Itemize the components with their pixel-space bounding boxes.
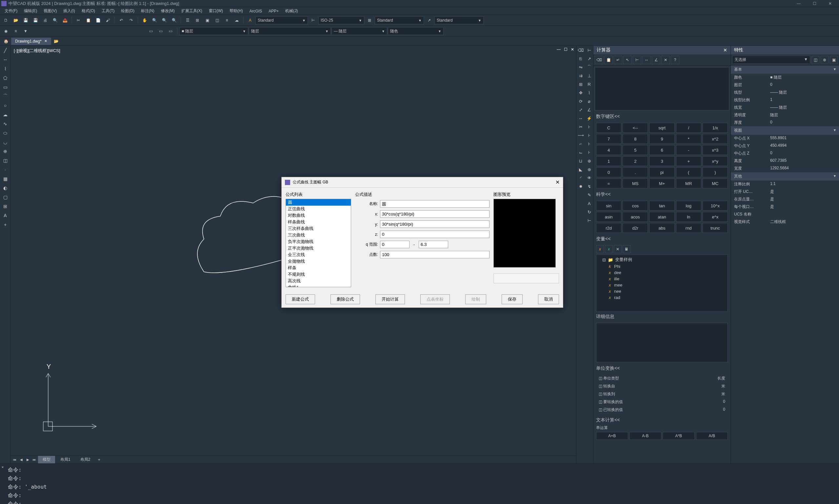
calculate-button[interactable]: 开始计算 bbox=[375, 294, 405, 304]
props-row[interactable]: 注释比例1:1 bbox=[731, 180, 839, 188]
calc-key-([interactable]: ( bbox=[676, 167, 701, 177]
calc-sci-r2d[interactable]: r2d bbox=[596, 223, 621, 233]
dim-break-icon[interactable]: ⊦ bbox=[585, 148, 594, 157]
menu-window[interactable]: 窗口(W) bbox=[206, 8, 226, 14]
var-item[interactable]: xrad bbox=[598, 294, 726, 301]
calc-sci-ln[interactable]: ln bbox=[676, 212, 701, 222]
z-field[interactable] bbox=[380, 231, 490, 238]
center-icon[interactable]: ⊕ bbox=[585, 165, 594, 174]
publish-icon[interactable]: 📤 bbox=[60, 16, 69, 25]
copy-obj-icon[interactable]: ⎘ bbox=[576, 54, 585, 63]
dimstyle2-icon[interactable]: ⊢ bbox=[585, 216, 594, 224]
textstyle-dropdown[interactable]: Standard▼ bbox=[255, 16, 308, 24]
cmd-toggle-icon[interactable]: × bbox=[1, 465, 4, 470]
new-icon[interactable]: 🗋 bbox=[1, 16, 11, 25]
calc-textcalc-header[interactable]: 文本计算<< bbox=[594, 415, 731, 425]
addselect-icon[interactable]: + bbox=[0, 220, 11, 229]
calc-sci-sin[interactable]: sin bbox=[596, 201, 621, 211]
var-item[interactable]: xille bbox=[598, 276, 726, 282]
calc-key-7[interactable]: 7 bbox=[596, 134, 621, 144]
vp-a-icon[interactable]: ▭ bbox=[146, 26, 155, 36]
dim-dia-icon[interactable]: ⌀ bbox=[585, 97, 594, 105]
calc-sci-trunc[interactable]: trunc bbox=[703, 223, 728, 233]
menu-mech[interactable]: 机械(J) bbox=[282, 8, 301, 14]
spline-icon[interactable]: ∿ bbox=[0, 119, 11, 128]
menu-format[interactable]: 格式(O) bbox=[79, 8, 98, 14]
calc-key-x^3[interactable]: x^3 bbox=[703, 145, 728, 155]
revcloud-icon[interactable]: ☁ bbox=[0, 110, 11, 119]
calc-help-icon[interactable]: ? bbox=[671, 56, 679, 64]
calc-key-MS[interactable]: MS bbox=[622, 179, 648, 188]
calc-key--[interactable]: - bbox=[676, 145, 701, 155]
scale-icon[interactable]: ⤢ bbox=[576, 105, 585, 114]
layout-first-icon[interactable]: ⏮ bbox=[12, 458, 18, 462]
calc-key-x^y[interactable]: x^y bbox=[703, 156, 728, 166]
formula-item[interactable]: 曲线1 bbox=[286, 284, 351, 287]
circle-icon[interactable]: ○ bbox=[0, 101, 11, 110]
layerstate-icon[interactable]: ≡ bbox=[11, 26, 20, 36]
y-field[interactable] bbox=[380, 220, 490, 228]
stretch-icon[interactable]: ↔ bbox=[576, 114, 585, 123]
dim-space-icon[interactable]: ⊦ bbox=[585, 140, 594, 148]
var-calc-icon[interactable]: 🖩 bbox=[622, 245, 631, 253]
mtext-icon[interactable]: A bbox=[0, 211, 11, 220]
menu-view[interactable]: 视图(V) bbox=[40, 8, 60, 14]
delete-formula-button[interactable]: 删除公式 bbox=[330, 294, 360, 304]
canvas-max-icon[interactable]: ☐ bbox=[564, 47, 567, 52]
move-icon[interactable]: ✥ bbox=[576, 88, 585, 97]
props-row[interactable]: 线宽—— 随层 bbox=[731, 104, 839, 111]
line-icon[interactable]: ╱ bbox=[0, 46, 11, 55]
textcalc-key[interactable]: A-B bbox=[630, 432, 662, 440]
props-row[interactable]: 厚度0 bbox=[731, 119, 839, 126]
dimedit-icon[interactable]: ✎ bbox=[585, 191, 594, 199]
array-icon[interactable]: ⊞ bbox=[576, 80, 585, 88]
break2-icon[interactable]: ⌙ bbox=[576, 148, 585, 157]
plot-icon[interactable]: 🖨 bbox=[41, 16, 50, 25]
calc-key-sqrt[interactable]: sqrt bbox=[649, 123, 674, 133]
save-icon[interactable]: 💾 bbox=[21, 16, 30, 25]
break-icon[interactable]: ⌐ bbox=[576, 140, 585, 148]
unit-row[interactable]: ◫ 已转换的值0 bbox=[596, 406, 728, 414]
calc-display[interactable] bbox=[595, 67, 729, 110]
doc-tab-close-icon[interactable]: ✕ bbox=[44, 39, 47, 43]
var-item[interactable]: kPhi bbox=[598, 263, 726, 270]
selection-dropdown[interactable]: 无选择▼ bbox=[732, 56, 810, 64]
cloud-icon[interactable]: ☁ bbox=[232, 16, 241, 25]
mirror-icon[interactable]: ⇋ bbox=[576, 63, 585, 71]
formula-item[interactable]: 对数曲线 bbox=[286, 212, 351, 219]
var-tree[interactable]: ⊟📁变量样例 kPhixdeexillexmeexneexrad bbox=[596, 254, 728, 312]
pline-icon[interactable]: ⌇ bbox=[0, 64, 11, 73]
layout-tab-1[interactable]: 布局1 bbox=[56, 456, 75, 463]
props-section-header[interactable]: 基本▾ bbox=[731, 66, 839, 74]
props-row[interactable]: UCS 名称 bbox=[731, 211, 839, 218]
layerdd-icon[interactable]: ▼ bbox=[21, 26, 30, 36]
linetype1-dropdown[interactable]: 随层▼ bbox=[249, 27, 331, 35]
mleaderstyle-icon[interactable]: ↗ bbox=[425, 16, 434, 25]
layout-tab-model[interactable]: 模型 bbox=[38, 456, 55, 463]
insert-icon[interactable]: ⊕ bbox=[0, 147, 11, 156]
join-icon[interactable]: ⊔ bbox=[576, 157, 585, 165]
menu-edit[interactable]: 编辑(E) bbox=[21, 8, 40, 14]
ssm-icon[interactable]: ◫ bbox=[212, 16, 222, 25]
calc-sci-d2r[interactable]: d2r bbox=[622, 223, 648, 233]
points-field[interactable] bbox=[380, 251, 490, 258]
props-row[interactable]: 颜色■ 随层 bbox=[731, 74, 839, 81]
chamfer-icon[interactable]: ◣ bbox=[576, 165, 585, 174]
calc-key-M+[interactable]: M+ bbox=[649, 179, 674, 188]
calc-sci-abs[interactable]: abs bbox=[649, 223, 674, 233]
xline-icon[interactable]: ↔ bbox=[0, 55, 11, 64]
props-row[interactable]: 线型—— 随层 bbox=[731, 89, 839, 96]
formula-listbox[interactable]: 圆正弦曲线对数曲线样条曲线三次样条曲线三次曲线负半次抛物线正半次抛物线全三次线全… bbox=[286, 199, 351, 287]
calc-clear-icon[interactable]: ⌫ bbox=[595, 56, 603, 64]
formula-item[interactable]: 三次样条曲线 bbox=[286, 225, 351, 232]
dim-ord-icon[interactable]: ⊥ bbox=[585, 71, 594, 80]
unit-row[interactable]: ◫ 转换自米 bbox=[596, 382, 728, 390]
var-item[interactable]: xdee bbox=[598, 270, 726, 276]
var-new-icon[interactable]: x bbox=[596, 245, 604, 253]
calc-key-0[interactable]: 0 bbox=[596, 167, 621, 177]
calc-close-icon[interactable]: ✕ bbox=[723, 48, 727, 53]
formula-item[interactable]: 样条 bbox=[286, 265, 351, 271]
dim-cont-icon[interactable]: ⊦ bbox=[585, 131, 594, 140]
trim-icon[interactable]: ✂ bbox=[576, 123, 585, 131]
menu-app[interactable]: APP+ bbox=[265, 9, 282, 14]
